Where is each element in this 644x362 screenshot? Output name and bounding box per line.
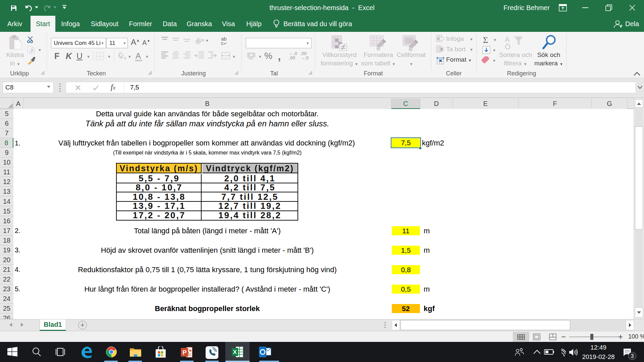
- svg-text:X: X: [233, 349, 237, 355]
- svg-text:Ö: Ö: [505, 43, 511, 51]
- svg-text:P: P: [182, 349, 187, 356]
